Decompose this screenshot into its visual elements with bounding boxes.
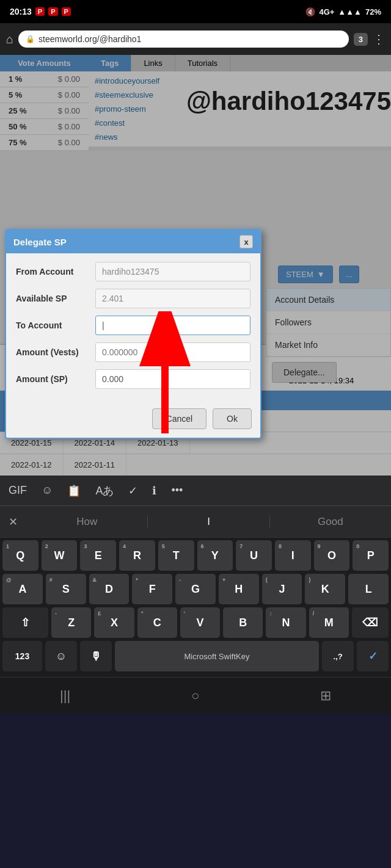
browser-menu-btn[interactable]: ⋮ [373,32,385,46]
suggestion-how[interactable]: How [26,516,147,528]
back-btn[interactable]: ||| [0,688,130,704]
key-b[interactable]: B [223,607,263,638]
from-account-input[interactable] [95,262,250,281]
shift-key[interactable]: ⇧ [2,607,48,638]
gif-btn[interactable]: GIF [6,482,29,499]
from-account-row: From Account [16,262,250,281]
p-icon-1: P [35,7,45,16]
key-o[interactable]: 9O [314,540,350,571]
checkmark-btn[interactable]: ✓ [126,482,140,500]
key-u[interactable]: 7U [236,540,272,571]
key-l[interactable]: L [348,574,389,604]
key-p[interactable]: 0P [353,540,389,571]
tab-count[interactable]: 3 [354,33,368,46]
amount-sp-label: Amount (SP) [16,374,95,384]
suggestion-good[interactable]: Good [269,516,391,528]
key-v[interactable]: 'V [180,607,220,638]
key-row-bottom: 123 ☺ 🎙 Microsoft SwiftKey .,? ✓ [2,641,389,671]
amount-vests-row: Amount (Vests) [16,342,250,362]
emoji-toolbar-btn[interactable]: ☺ [39,482,55,499]
key-g[interactable]: -G [175,574,216,604]
browser-home-btn[interactable]: ⌂ [6,32,13,46]
space-key[interactable]: Microsoft SwiftKey [115,641,319,671]
browser-bar: ⌂ 🔒 steemworld.org/@hardiho1 3 ⋮ [0,23,391,55]
key-i[interactable]: 8I [275,540,311,571]
key-e[interactable]: 3E [80,540,116,571]
key-j[interactable]: (J [262,574,302,604]
key-m[interactable]: /M [309,607,349,638]
url-bar[interactable]: 🔒 steemworld.org/@hardiho1 [18,31,349,48]
suggestion-i[interactable]: I [147,516,269,528]
key-f[interactable]: *F [132,574,172,604]
to-account-label: To Account [16,320,95,330]
key-h[interactable]: +H [219,574,259,604]
key-k[interactable]: )K [305,574,345,604]
key-row-3: ⇧ -Z £X "C 'V B :N /M ⌫ [2,607,389,638]
time: 20:13 [10,7,32,16]
key-w[interactable]: 2W [42,540,78,571]
p-icon-2: P [48,7,57,16]
amount-vests-label: Amount (Vests) [16,347,95,357]
website-content: @hardiho123475 Vote Amounts 1 % $ 0.00 5… [0,55,391,476]
battery: 72% [365,7,381,16]
lock-icon: 🔒 [26,35,35,43]
signal-icon: ▲▲▲ [338,7,362,16]
dialog-body: From Account Available SP To Account Amo… [6,253,260,405]
suggestions-row: ✕ How I Good [0,506,391,538]
key-a[interactable]: @A [2,574,43,604]
key-x[interactable]: £X [94,607,134,638]
to-account-row: To Account [16,316,250,335]
recent-btn[interactable]: ⊞ [261,688,391,704]
mic-key[interactable]: 🎙 [80,641,112,671]
delegate-sp-dialog: Delegate SP x From Account Available SP … [5,229,261,439]
amount-sp-input[interactable] [95,369,250,389]
home-btn[interactable]: ○ [130,688,260,704]
key-t[interactable]: 5T [158,540,194,571]
available-sp-row: Available SP [16,289,250,308]
dialog-footer: Cancel Ok [6,405,260,438]
url-text: steemworld.org/@hardiho1 [38,34,141,44]
suggestion-close-btn[interactable]: ✕ [0,515,26,529]
cancel-button[interactable]: Cancel [152,408,207,429]
translate-btn[interactable]: Aあ [93,481,116,501]
key-s[interactable]: #S [46,574,86,604]
network-type: 4G+ [319,7,334,16]
key-z[interactable]: -Z [51,607,91,638]
status-left: 20:13 P P P [10,7,71,16]
key-n[interactable]: :N [266,607,305,638]
info-btn[interactable]: ℹ [150,482,159,500]
key-row-1: 1Q 2W 3E 4R 5T 6Y 7U 8I 9O 0P [2,540,389,571]
from-account-label: From Account [16,267,95,277]
num-key[interactable]: 123 [2,641,42,671]
more-tools-btn[interactable]: ••• [169,482,185,499]
status-right: 🔇 4G+ ▲▲▲ 72% [305,7,381,16]
done-key[interactable]: ✓ [357,641,389,671]
available-sp-label: Available SP [16,294,95,303]
key-row-2: @A #S &D *F -G +H (J )K L [2,574,389,604]
bottom-nav: ||| ○ ⊞ [0,677,391,714]
mute-icon: 🔇 [305,7,315,16]
dialog-close-btn[interactable]: x [239,235,253,248]
key-q[interactable]: 1Q [2,540,38,571]
emoji-key[interactable]: ☺ [45,641,77,671]
to-account-input[interactable] [95,316,250,335]
dialog-title: Delegate SP [13,237,67,247]
keyboard-area: GIF ☺ 📋 Aあ ✓ ℹ ••• ✕ How I Good 1Q 2W 3E… [0,476,391,677]
key-y[interactable]: 6Y [197,540,233,571]
key-d[interactable]: &D [89,574,130,604]
key-c[interactable]: "C [137,607,177,638]
status-bar: 20:13 P P P 🔇 4G+ ▲▲▲ 72% [0,0,391,23]
available-sp-input [95,289,250,308]
punct-key[interactable]: .,? [322,641,354,671]
key-r[interactable]: 4R [119,540,155,571]
keyboard-toolbar: GIF ☺ 📋 Aあ ✓ ℹ ••• [0,476,391,506]
clipboard-btn[interactable]: 📋 [65,482,83,500]
backspace-key[interactable]: ⌫ [352,607,389,638]
amount-sp-row: Amount (SP) [16,369,250,389]
key-rows: 1Q 2W 3E 4R 5T 6Y 7U 8I 9O 0P @A #S &D *… [0,538,391,677]
amount-vests-input[interactable] [95,342,250,362]
p-icon-3: P [62,7,71,16]
ok-button[interactable]: Ok [213,408,252,429]
dialog-title-bar: Delegate SP x [6,230,260,253]
